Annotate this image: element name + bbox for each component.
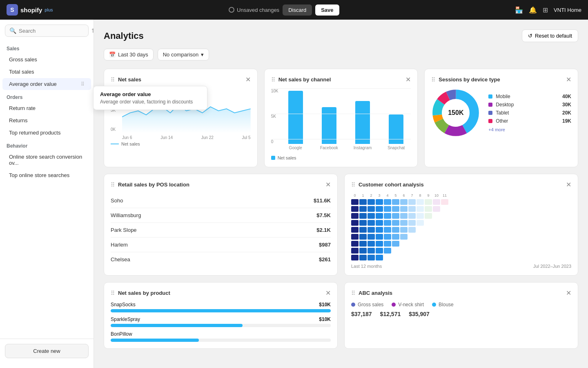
abc-val-vneck: $12,571 [380,311,401,317]
cohort-title: Customer cohort analysis [359,182,424,188]
abc-vneck-dot-icon [392,303,396,307]
shopify-bag-icon: S [7,4,18,16]
reset-to-default-button[interactable]: ↺ Reset to default [522,29,578,42]
mobile-dot-icon [488,94,492,99]
abc-val-gross: $37,187 [351,311,372,317]
abc-close-button[interactable]: ✕ [566,289,571,297]
cohort-row-1 [351,199,571,205]
sidebar-item-search-conversion[interactable]: Online store search conversion ov... [2,151,91,169]
product-bar-bg [111,324,331,327]
sessions-device-card: ⠿ Sessions by device type ✕ [424,69,578,167]
sidebar-section-orders: Orders Return rate Returns Top returned … [0,90,94,139]
product-row: SnapSocks $10K [111,302,331,307]
retail-row-park-slope: Park Slope $2.1K [111,223,331,238]
card-drag-icon: ⠿ [111,182,115,188]
net-sales-close-button[interactable]: ✕ [245,76,251,83]
storefront-icon[interactable]: 🏪 [515,6,523,14]
create-new-button[interactable]: Create new [5,344,89,358]
cohort-close-button[interactable]: ✕ [566,181,571,188]
abc-gross-dot-icon [351,303,355,307]
cohort-x-labels: 0 1 2 3 4 5 6 7 8 9 10 11 [351,193,571,197]
desktop-dot-icon [488,103,492,107]
sessions-close-button[interactable]: ✕ [566,76,571,83]
cohort-col-2: 2 [368,193,375,197]
cohort-footer-left: Last 12 months [351,264,382,269]
legend-more[interactable]: +4 more [488,127,571,132]
x-label-4: Jul 5 [242,135,251,140]
bar-label-facebook: Facebook [314,146,344,150]
bar-instagram [355,101,370,144]
donut-legend: Mobile 40K Desktop 30K Tablet 20K [488,94,571,132]
cohort-row-4 [351,220,571,226]
channel-close-button[interactable]: ✕ [405,76,411,83]
sidebar-item-top-searches[interactable]: Top online store searches [2,169,91,181]
save-button[interactable]: Save [315,4,339,16]
search-input[interactable] [19,28,87,34]
card-drag-icon: ⠿ [111,76,115,83]
topbar-center: Unsaved changes Discard Save [58,4,510,16]
chevron-down-icon: ▾ [201,52,204,58]
main-content: Analytics ↺ Reset to default 📅 Last 30 d… [94,20,588,368]
bar-facebook [322,107,336,144]
legend-desktop: Desktop 30K [488,102,571,108]
unsaved-dot-icon [229,7,234,13]
abc-title: ABC analysis [359,290,392,296]
product-bonpillow: BonPillow [111,331,331,342]
product-close-button[interactable]: ✕ [325,289,331,297]
tooltip-box: Average order value Average order value,… [93,86,207,110]
sidebar-item-gross-sales[interactable]: Gross sales [2,54,91,65]
legend-other: Other 19K [488,118,571,124]
product-title: Net sales by product [118,290,170,296]
cohort-col-10: 10 [433,193,440,197]
sidebar-footer: Create new [0,339,94,363]
tooltip-title: Average order value [100,91,200,97]
search-box[interactable]: 🔍 ⇅ [5,25,89,37]
topbar-right: 🏪 🔔 ⊞ VNTI Home [515,6,581,14]
abc-legend: Gross sales V-neck shirt Blouse [351,302,571,307]
product-snapsocks: SnapSocks $10K [111,302,331,312]
product-row: BonPillow [111,331,331,337]
donut-container: 150K Mobile 40K Desktop 30K [431,88,571,137]
card-title-row: ⠿ ABC analysis [351,290,392,296]
card-header: ⠿ Net sales ✕ [111,76,251,83]
cards-row-1: ⠿ Net sales ✕ 10K 5K 0K [104,69,578,167]
product-bar-fill [111,309,331,312]
cohort-row-6 [351,234,571,240]
retail-close-button[interactable]: ✕ [325,181,331,188]
user-label[interactable]: VNTI Home [554,7,581,13]
net-sales-title: Net sales [118,76,141,83]
x-label-1: Jun 6 [122,135,132,140]
card-title-row: ⠿ Net sales by channel [271,76,331,83]
bell-icon[interactable]: 🔔 [529,6,537,14]
cohort-col-5: 5 [392,193,399,197]
discard-button[interactable]: Discard [283,4,312,16]
sessions-title: Sessions by device type [439,76,500,83]
retail-sales-card: ⠿ Retail sales by POS location ✕ Soho $1… [104,174,338,276]
sidebar-item-avg-order-value[interactable]: Average order value ⠿ [2,78,91,90]
card-header: ⠿ Retail sales by POS location ✕ [111,181,331,188]
cohort-col-8: 8 [416,193,424,197]
sidebar: 🔍 ⇅ Sales Gross sales Total sales Averag… [0,20,94,368]
card-header: ⠿ Sessions by device type ✕ [431,76,571,83]
sidebar-item-total-sales[interactable]: Total sales [2,66,91,78]
donut-total: 150K [448,109,463,117]
legend-square-icon [271,156,275,160]
sidebar-item-return-rate[interactable]: Return rate [2,102,91,114]
grid-icon[interactable]: ⊞ [543,6,548,14]
page-title: Analytics [104,31,144,41]
comparison-filter[interactable]: No comparison ▾ [158,49,209,61]
product-sparkle: SparkleSpray $10K [111,316,331,327]
search-icon: 🔍 [9,27,16,34]
sidebar-item-returns[interactable]: Returns [2,114,91,126]
cohort-footer-right: Jul 2022–Jun 2023 [533,264,571,269]
cards-row-3: ⠿ Net sales by product ✕ SnapSocks $10K [104,282,578,349]
cohort-col-4: 4 [384,193,391,197]
x-label-2: Jun 14 [160,135,173,140]
retail-row-soho: Soho $11.6K [111,193,331,208]
sidebar-item-top-returned[interactable]: Top returned products [2,127,91,139]
card-title-row: ⠿ Customer cohort analysis [351,182,424,188]
sidebar-section-sales: Sales Gross sales Total sales Average or… [0,42,94,90]
abc-legend-blouse: Blouse [432,302,454,307]
card-drag-icon: ⠿ [111,290,115,296]
date-range-filter[interactable]: 📅 Last 30 days [104,49,154,61]
